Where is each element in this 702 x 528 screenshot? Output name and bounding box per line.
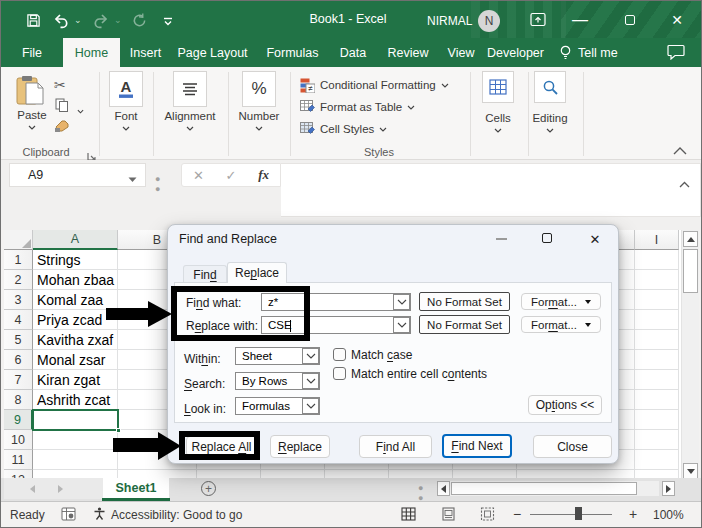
ribbon-tab-formulas[interactable]: Formulas xyxy=(260,38,324,67)
cell-a12[interactable] xyxy=(33,470,118,478)
cell-i2[interactable] xyxy=(635,270,679,290)
scroll-right-icon[interactable] xyxy=(662,481,675,496)
macro-record-icon[interactable] xyxy=(61,507,76,525)
cell-i9[interactable] xyxy=(635,410,679,430)
sheet-nav-left-icon[interactable] xyxy=(30,485,35,493)
save-icon[interactable] xyxy=(25,12,42,29)
replace-with-dropdown-icon[interactable] xyxy=(393,317,410,333)
ribbon-tab-file[interactable]: File xyxy=(16,38,48,67)
ribbon-tab-data[interactable]: Data xyxy=(334,38,372,67)
ribbon-tab-developer[interactable]: Developer xyxy=(481,38,550,67)
within-dropdown[interactable]: Sheet xyxy=(235,347,320,365)
cell-i8[interactable] xyxy=(635,390,679,410)
row-header-5[interactable]: 5 xyxy=(4,330,33,350)
vertical-scrollbar[interactable] xyxy=(681,230,699,480)
zoom-out-icon[interactable]: − xyxy=(513,506,521,522)
cell-i5[interactable] xyxy=(635,330,679,350)
user-name[interactable]: NIRMAL xyxy=(427,14,472,28)
row-header-3[interactable]: 3 xyxy=(4,290,33,310)
within-dropdown-icon[interactable] xyxy=(302,348,319,364)
search-dropdown-icon[interactable] xyxy=(302,373,319,389)
zoom-in-icon[interactable]: + xyxy=(629,506,637,522)
cell-a2[interactable]: Mohan zbaa xyxy=(33,270,118,290)
copy-dropdown-icon[interactable] xyxy=(77,100,84,118)
cell-i12[interactable] xyxy=(635,470,679,478)
cell-i4[interactable] xyxy=(635,310,679,330)
cells-button[interactable] xyxy=(482,71,514,103)
cell-b12[interactable] xyxy=(118,470,197,478)
cell-d12[interactable] xyxy=(261,470,325,478)
column-header-i[interactable]: I xyxy=(635,230,679,250)
close-button[interactable]: ✕ xyxy=(666,10,688,30)
paste-dropdown-icon[interactable] xyxy=(28,125,36,130)
cell-i6[interactable] xyxy=(635,350,679,370)
avatar[interactable]: N xyxy=(478,10,500,32)
alignment-button[interactable] xyxy=(173,71,207,107)
format-as-table-button[interactable]: Format as Table xyxy=(300,99,415,115)
options-button[interactable]: Options << xyxy=(528,395,602,415)
cell-a6[interactable]: Monal zsar xyxy=(33,350,118,370)
cancel-icon[interactable]: ✕ xyxy=(193,168,204,183)
page-layout-view-icon[interactable] xyxy=(441,507,456,525)
tab-bar-separator-dots[interactable]: ●● xyxy=(418,483,423,503)
dialog-maximize-icon[interactable] xyxy=(542,233,552,243)
cell-a8[interactable]: Ashrith zcat xyxy=(33,390,118,410)
tab-replace[interactable]: Replace xyxy=(227,262,287,283)
number-dropdown-icon[interactable] xyxy=(255,126,263,131)
cells-dropdown-icon[interactable] xyxy=(494,128,502,133)
cell-i7[interactable] xyxy=(635,370,679,390)
zoom-slider-handle[interactable] xyxy=(575,507,582,520)
customize-quick-access-icon[interactable] xyxy=(159,12,176,29)
undo-icon[interactable] xyxy=(52,12,69,29)
tab-find[interactable]: Find xyxy=(183,265,227,283)
replace-button[interactable]: Replace xyxy=(270,435,330,458)
find-all-button[interactable]: Find All xyxy=(359,435,432,458)
ribbon-display-options-icon[interactable] xyxy=(530,12,546,31)
cell-styles-button[interactable]: Cell Styles xyxy=(300,121,387,137)
ribbon-tab-insert[interactable]: Insert xyxy=(124,38,167,67)
select-all-corner[interactable] xyxy=(4,230,33,250)
repeat-icon[interactable] xyxy=(131,12,148,29)
collapse-ribbon-icon[interactable] xyxy=(673,141,687,159)
sheet-tab-sheet1[interactable]: Sheet1 xyxy=(103,478,169,498)
cell-a3[interactable]: Komal zaa xyxy=(33,290,118,310)
cell-e12[interactable] xyxy=(325,470,389,478)
number-button[interactable]: % xyxy=(242,71,276,107)
font-dropdown-icon[interactable] xyxy=(122,126,130,131)
dialog-minimize-icon[interactable] xyxy=(496,238,507,240)
page-break-view-icon[interactable] xyxy=(480,507,495,525)
row-header-10[interactable]: 10 xyxy=(4,430,33,450)
name-box-dropdown-icon[interactable] xyxy=(128,172,137,186)
minimize-button[interactable]: — xyxy=(569,10,591,30)
close-dialog-button[interactable]: Close xyxy=(533,435,612,458)
row-header-11[interactable]: 11 xyxy=(4,450,33,470)
ribbon-tab-page-layout[interactable]: Page Layout xyxy=(171,38,253,67)
scroll-up-icon[interactable] xyxy=(683,231,698,247)
match-entire-label[interactable]: Match entire cell contents xyxy=(351,367,487,381)
tell-me[interactable]: Tell me xyxy=(559,38,618,67)
cell-a10[interactable] xyxy=(33,430,118,450)
find-what-dropdown-icon[interactable] xyxy=(393,294,410,310)
zoom-level[interactable]: 100% xyxy=(653,508,684,522)
copy-icon[interactable] xyxy=(55,98,69,116)
maximize-button[interactable] xyxy=(619,10,641,30)
look-in-dropdown[interactable]: Formulas xyxy=(235,397,320,415)
cut-icon[interactable]: ✂ xyxy=(54,77,66,93)
find-next-button[interactable]: Find Next xyxy=(442,434,512,458)
ribbon-tab-home[interactable]: Home xyxy=(63,38,120,67)
editing-dropdown-icon[interactable] xyxy=(546,128,554,133)
scroll-down-icon[interactable] xyxy=(683,463,698,479)
replace-format-button[interactable]: Format... xyxy=(521,316,601,333)
row-header-6[interactable]: 6 xyxy=(4,350,33,370)
undo-dropdown-icon[interactable]: ⌄ xyxy=(74,15,82,25)
insert-function-icon[interactable]: fx xyxy=(258,167,269,183)
ribbon-tab-review[interactable]: Review xyxy=(382,38,435,67)
conditional-formatting-button[interactable]: ≠ Conditional Formatting xyxy=(300,77,449,93)
sheet-nav-right-icon[interactable] xyxy=(58,485,63,493)
cell-g12[interactable] xyxy=(453,470,517,478)
row-header-8[interactable]: 8 xyxy=(4,390,33,410)
expand-formula-bar-icon[interactable] xyxy=(679,174,690,192)
cell-c12[interactable] xyxy=(197,470,261,478)
row-header-1[interactable]: 1 xyxy=(4,250,33,270)
enter-icon[interactable]: ✓ xyxy=(226,168,237,183)
